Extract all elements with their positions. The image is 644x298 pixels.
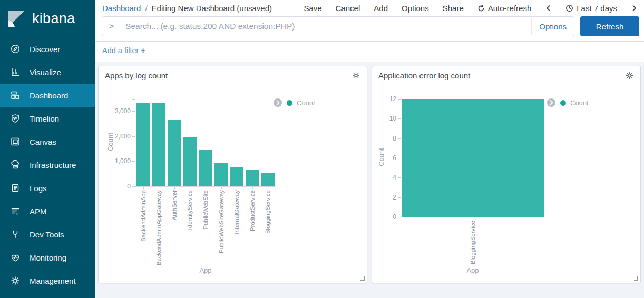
legend-series-label[interactable]: Count (570, 99, 589, 107)
bar-chart-apps-by-log-count: Count01,0002,0003,000BackendAdminAppBack… (103, 85, 363, 279)
legend-series-dot (560, 100, 566, 106)
sidebar: kibana DiscoverVisualizeDashboardTimelio… (0, 0, 95, 298)
sidebar-item-label: Dashboard (30, 91, 68, 100)
x-tick-mark (159, 187, 159, 189)
sidebar-item-label: Discover (30, 45, 60, 54)
breadcrumb-dashboard-link[interactable]: Dashboard (102, 4, 141, 13)
kibana-logo-text: kibana (32, 11, 75, 27)
legend-expand-icon[interactable] (273, 98, 282, 107)
menu-add-button[interactable]: Add (374, 4, 388, 13)
time-picker-button-label: Last 7 days (577, 4, 617, 13)
sidebar-item-label: Canvas (30, 137, 56, 146)
bar-BloggingService[interactable] (261, 173, 275, 186)
canvas-icon (10, 136, 21, 147)
query-prompt-icon: >_ (109, 22, 119, 31)
dashboard-grid: Apps by log count Count01,0002,0003,000B… (95, 62, 644, 298)
kibana-logo[interactable]: kibana (0, 0, 95, 37)
x-tick-label: BackendAdminApp (140, 190, 147, 242)
main-area: Dashboard/Editing New Dashboard (unsaved… (95, 0, 644, 298)
filter-bar: Add a filter+ (95, 42, 644, 62)
bar-ProductService[interactable] (246, 170, 259, 186)
bar-BackendAdminApp[interactable] (136, 103, 150, 186)
x-tick-label: PublicWebSiteGateway (218, 190, 225, 253)
sidebar-item-infrastructure[interactable]: Infrastructure (0, 153, 95, 176)
y-tick-mark (398, 177, 401, 178)
y-axis-top-tick (132, 99, 135, 100)
menu-share-button[interactable]: Share (443, 4, 464, 13)
search-input[interactable] (124, 21, 531, 32)
x-tick-label: AuthServer (171, 190, 178, 221)
panel-title: Application error log count (378, 71, 470, 80)
chart-legend: Count (273, 98, 315, 107)
x-tick-label: IdentityService (186, 190, 193, 230)
sidebar-item-timelion[interactable]: Timelion (0, 107, 95, 130)
legend-series-label[interactable]: Count (297, 99, 315, 107)
clock-icon (565, 4, 573, 12)
y-tick-label: 0 (371, 213, 396, 221)
chevron-right-icon (631, 5, 638, 12)
panel-resize-handle[interactable] (360, 276, 365, 281)
x-tick-mark (174, 187, 175, 189)
discover-icon (10, 44, 21, 54)
y-tick-mark (398, 158, 401, 158)
y-tick-mark (132, 136, 135, 137)
search-box: >_ Options (102, 16, 574, 36)
y-tick-label: 0 (105, 183, 131, 190)
menu-cancel-button[interactable]: Cancel (336, 4, 360, 13)
bar-IdentityService[interactable] (183, 137, 197, 186)
bar-BackendAdminAppGateway[interactable] (152, 103, 165, 186)
sidebar-item-discover[interactable]: Discover (0, 37, 95, 61)
sidebar-item-dev-tools[interactable]: Dev Tools (0, 223, 95, 246)
sidebar-item-label: Management (30, 276, 76, 285)
gear-icon[interactable] (352, 71, 360, 80)
add-filter-label: Add a filter (102, 46, 139, 55)
bar-BloggingService[interactable] (402, 99, 544, 217)
y-tick-mark (398, 99, 401, 100)
time-next-button[interactable] (631, 5, 638, 12)
sidebar-item-dashboard[interactable]: Dashboard (0, 84, 95, 107)
legend-expand-icon[interactable] (547, 98, 556, 107)
kibana-logo-mark (7, 10, 25, 28)
bar-InternalGateway[interactable] (230, 167, 243, 186)
refresh-button[interactable]: Refresh (580, 16, 639, 36)
auto-refresh-button[interactable]: Auto-refresh (477, 4, 532, 13)
sidebar-item-label: Dev Tools (30, 230, 64, 239)
sidebar-item-visualize[interactable]: Visualize (0, 61, 95, 84)
sidebar-item-logs[interactable]: Logs (0, 176, 95, 200)
y-tick-mark (398, 138, 401, 139)
panel-application-error-log-count: Application error log count Count0246810… (372, 66, 641, 283)
x-tick-label: BloggingService (264, 190, 271, 234)
panel-resize-handle[interactable] (634, 276, 638, 281)
sidebar-item-canvas[interactable]: Canvas (0, 130, 95, 153)
y-tick-label: 1,000 (105, 157, 131, 165)
monitoring-icon (10, 252, 21, 263)
time-prev-button[interactable] (545, 5, 552, 12)
menu-options-button[interactable]: Options (402, 4, 429, 13)
gear-icon[interactable] (625, 71, 634, 80)
y-tick-mark (132, 186, 135, 187)
sidebar-item-label: Timelion (30, 114, 59, 123)
bar-PublicWebSiteGateway[interactable] (214, 163, 228, 186)
x-tick-label: InternalGateway (233, 190, 240, 234)
x-tick-mark (237, 187, 237, 189)
add-filter-link[interactable]: Add a filter+ (102, 46, 145, 55)
x-tick-label: BackendAdminAppGateway (155, 190, 162, 265)
query-options-link[interactable]: Options (531, 18, 574, 35)
apm-icon (10, 206, 21, 216)
topbar-menu: SaveCancelAddOptionsShareAuto-refreshLas… (304, 4, 638, 13)
time-picker-button[interactable]: Last 7 days (565, 4, 617, 13)
breadcrumb: Dashboard/Editing New Dashboard (unsaved… (102, 4, 272, 13)
sidebar-item-management[interactable]: Management (0, 269, 95, 292)
x-tick-label: ProductService (249, 190, 256, 231)
refresh-cw-icon (477, 5, 485, 12)
sidebar-item-apm[interactable]: APM (0, 200, 95, 223)
search-bar-row: >_ Options Refresh (95, 15, 644, 42)
menu-save-button[interactable]: Save (304, 4, 321, 13)
bar-PublicWebSite[interactable] (199, 150, 212, 186)
bar-AuthServer[interactable] (168, 120, 181, 186)
sidebar-nav: DiscoverVisualizeDashboardTimelionCanvas… (0, 37, 95, 292)
breadcrumb-current: Editing New Dashboard (unsaved) (152, 4, 272, 13)
y-tick-label: 6 (371, 154, 396, 162)
x-tick-mark (252, 187, 253, 189)
sidebar-item-monitoring[interactable]: Monitoring (0, 246, 95, 269)
